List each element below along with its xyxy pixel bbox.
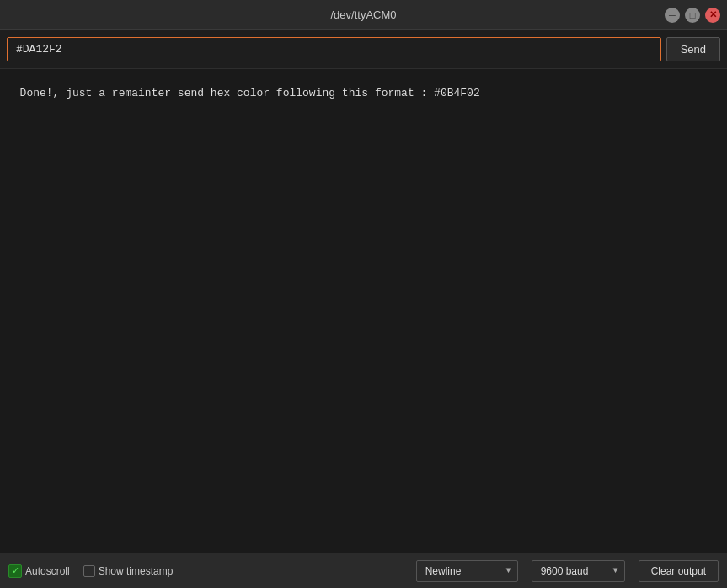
baud-dropdown[interactable]: 300 baud 1200 baud 2400 baud 4800 baud 9… (532, 560, 625, 582)
window-title: /dev/ttyACM0 (330, 8, 396, 21)
input-row: Send (0, 30, 727, 68)
autoscroll-label[interactable]: ✓ Autoscroll (8, 564, 70, 578)
minimize-button[interactable]: ─ (665, 8, 680, 23)
output-text: Done!, just a remainter send hex color f… (20, 87, 480, 99)
autoscroll-text: Autoscroll (25, 565, 70, 577)
newline-dropdown[interactable]: Newline No line ending Carriage return B… (416, 560, 518, 582)
status-bar: ✓ Autoscroll Show timestamp Newline No l… (0, 553, 727, 588)
close-button[interactable]: ✕ (705, 8, 720, 23)
maximize-button[interactable]: □ (685, 8, 700, 23)
send-button[interactable]: Send (666, 37, 720, 61)
baud-dropdown-wrapper: 300 baud 1200 baud 2400 baud 4800 baud 9… (532, 560, 625, 582)
timestamp-checkbox[interactable] (83, 565, 95, 577)
window-controls: ─ □ ✕ (665, 8, 720, 23)
timestamp-text: Show timestamp (99, 565, 174, 577)
show-timestamp-label[interactable]: Show timestamp (83, 565, 174, 577)
newline-dropdown-wrapper: Newline No line ending Carriage return B… (416, 560, 518, 582)
title-bar: /dev/ttyACM0 ─ □ ✕ (0, 0, 727, 30)
clear-output-button[interactable]: Clear output (639, 560, 719, 582)
serial-input[interactable] (7, 37, 661, 61)
autoscroll-checkmark: ✓ (8, 564, 22, 578)
output-area: Done!, just a remainter send hex color f… (0, 68, 727, 553)
